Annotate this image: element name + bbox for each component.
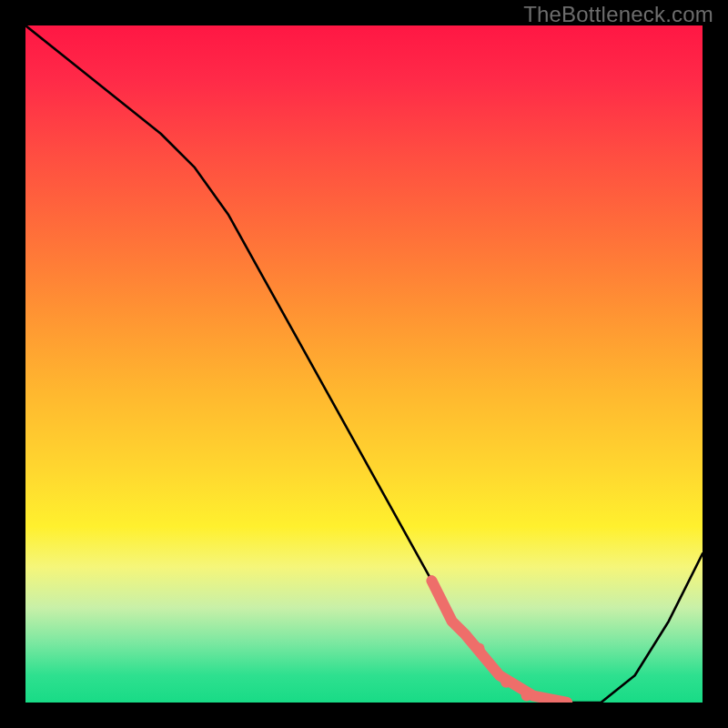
chart-overlay: [25, 25, 703, 703]
highlight-dot: [474, 643, 485, 654]
highlight-dot: [521, 691, 532, 702]
plot-area: [25, 25, 703, 703]
chart-frame: TheBottleneck.com: [0, 0, 728, 728]
highlight-dot: [500, 677, 511, 688]
bottleneck-curve: [25, 25, 703, 703]
highlight-segment: [431, 581, 567, 703]
watermark-text: TheBottleneck.com: [523, 2, 713, 27]
